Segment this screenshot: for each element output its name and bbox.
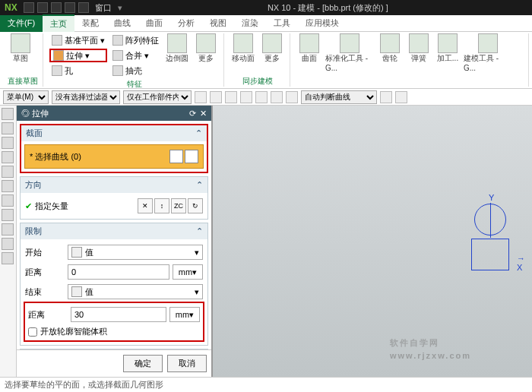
- file-menu[interactable]: 文件(F): [0, 15, 43, 32]
- hole-icon: [52, 65, 62, 76]
- datum-plane-button[interactable]: 基准平面▾: [49, 33, 107, 47]
- nav-icon[interactable]: [2, 194, 14, 207]
- value-icon: [71, 247, 82, 258]
- moveface-icon: [233, 33, 253, 53]
- work-area: ◎ 拉伸 ⟳✕ 截面⌃ * 选择曲线 (0) 方向⌃ ✔ 指定矢量: [0, 106, 532, 377]
- tab-app[interactable]: 应用模块: [298, 15, 347, 31]
- qat-icon[interactable]: [24, 2, 34, 13]
- qat-icon[interactable]: [78, 2, 89, 13]
- sketch-button[interactable]: 草图: [8, 33, 33, 64]
- sel-icon[interactable]: [210, 91, 222, 103]
- shell-icon: [112, 65, 123, 76]
- nav-icon[interactable]: [2, 122, 14, 134]
- std-tool-button[interactable]: 标准化工具 - G...: [325, 33, 374, 72]
- tab-render[interactable]: 渲染: [234, 15, 266, 31]
- sel-icon[interactable]: [195, 91, 207, 103]
- model-tool-button[interactable]: 建模工具 - G...: [464, 33, 512, 72]
- unit-combo[interactable]: mm ▾: [169, 307, 200, 322]
- vector-zc-icon[interactable]: ZC: [171, 198, 186, 213]
- tab-home[interactable]: 主页: [43, 14, 74, 32]
- unite-button[interactable]: 合并▾: [110, 49, 161, 62]
- sel-icon[interactable]: [286, 91, 298, 103]
- sketch-icon: [11, 33, 30, 53]
- more-icon: [196, 33, 216, 53]
- nav-icon[interactable]: [2, 166, 14, 178]
- tab-view[interactable]: 视图: [202, 15, 234, 31]
- more-sync-button[interactable]: 更多: [259, 33, 285, 64]
- nav-icon[interactable]: [2, 223, 14, 236]
- more-feature-button[interactable]: 更多: [193, 33, 219, 64]
- ok-button[interactable]: 确定: [123, 355, 163, 372]
- status-bar: 选择要草绘的平的面，或选择截面几何图形: [0, 377, 532, 392]
- nav-icon[interactable]: [2, 238, 14, 250]
- dialog-title: 拉伸: [32, 109, 49, 118]
- vector-icon[interactable]: ✕: [138, 198, 153, 213]
- tab-assembly[interactable]: 装配: [74, 15, 106, 31]
- gear-icon: [380, 33, 400, 53]
- open-profile-checkbox[interactable]: [28, 327, 37, 337]
- surf-icon: [299, 33, 319, 53]
- cancel-button[interactable]: 取消: [167, 355, 207, 372]
- sel-icon[interactable]: [255, 91, 268, 103]
- end-combo[interactable]: 值▾: [68, 284, 203, 299]
- qat-icon[interactable]: [65, 2, 75, 13]
- move-face-button[interactable]: 移动面: [230, 33, 256, 64]
- x-axis-label: → X: [517, 254, 525, 272]
- menu-dropdown[interactable]: 菜单(M): [3, 90, 49, 104]
- collapse-icon[interactable]: ⟳: [189, 109, 196, 119]
- unit-combo[interactable]: mm ▾: [173, 264, 203, 280]
- ribbon: 草图 直接草图 基准平面▾ 拉伸▾ 孔 阵列特征 合并▾ 抽壳 边倒圆 更多 特…: [0, 32, 532, 89]
- edge-blend-button[interactable]: 边倒圆: [164, 33, 190, 64]
- quick-access-toolbar: [24, 2, 89, 13]
- spring-icon: [409, 33, 429, 53]
- start-dist-input[interactable]: 0: [68, 264, 169, 280]
- tab-tools[interactable]: 工具: [266, 15, 298, 31]
- qat-icon[interactable]: [51, 2, 62, 13]
- graphics-viewport[interactable]: Y → X 软件自学网 www.rjzxw.com: [213, 106, 532, 377]
- nav-icon[interactable]: [2, 151, 14, 163]
- sel-icon[interactable]: [225, 91, 237, 103]
- sketch-circle: [474, 204, 506, 236]
- sel-icon[interactable]: [395, 91, 407, 103]
- gear-button[interactable]: 齿轮: [377, 33, 403, 64]
- nav-icon[interactable]: [2, 252, 14, 264]
- pattern-button[interactable]: 阵列特征: [110, 33, 161, 47]
- curve-icon[interactable]: [185, 150, 198, 163]
- dialog-header[interactable]: ◎ 拉伸 ⟳✕: [17, 106, 211, 121]
- watermark: 软件自学网 www.rjzxw.com: [390, 327, 471, 360]
- nav-icon[interactable]: [2, 180, 14, 192]
- mfg-button[interactable]: 加工...: [435, 33, 461, 64]
- std-icon: [340, 33, 359, 53]
- extrude-button[interactable]: 拉伸▾: [49, 49, 107, 62]
- vector-icon[interactable]: ↕: [154, 198, 169, 213]
- filter-dropdown[interactable]: 没有选择过滤器: [52, 90, 120, 104]
- curve-rule-dropdown[interactable]: 自动判断曲线: [301, 90, 377, 104]
- value-icon: [71, 286, 82, 297]
- start-combo[interactable]: 值▾: [68, 245, 203, 260]
- nav-icon[interactable]: [2, 137, 14, 149]
- unite-icon: [112, 50, 123, 61]
- tab-curve[interactable]: 曲线: [106, 15, 138, 31]
- end-dist-input[interactable]: 30: [71, 307, 166, 322]
- sketch-section-icon[interactable]: [169, 150, 183, 163]
- qat-icon[interactable]: [37, 2, 48, 13]
- sel-icon[interactable]: [271, 91, 283, 103]
- window-menu[interactable]: 窗口: [95, 2, 112, 14]
- shell-button[interactable]: 抽壳: [110, 64, 161, 77]
- tab-surface[interactable]: 曲面: [138, 15, 170, 31]
- scope-dropdown[interactable]: 仅在工作部件内: [123, 90, 192, 104]
- surface-button[interactable]: 曲面: [296, 33, 322, 64]
- reverse-icon[interactable]: ↻: [188, 198, 203, 213]
- close-icon[interactable]: ✕: [200, 109, 207, 119]
- chevron-up-icon: ⌃: [196, 226, 203, 236]
- resource-bar: [0, 106, 17, 377]
- select-curve-row[interactable]: * 选择曲线 (0): [24, 144, 204, 169]
- sel-icon[interactable]: [240, 91, 252, 103]
- sel-icon[interactable]: [380, 91, 392, 103]
- hole-button[interactable]: 孔: [49, 64, 107, 77]
- tab-analysis[interactable]: 分析: [170, 15, 202, 31]
- spring-button[interactable]: 弹簧: [406, 33, 432, 64]
- nav-icon[interactable]: [2, 108, 14, 120]
- pattern-icon: [112, 35, 123, 46]
- nav-icon[interactable]: [2, 209, 14, 221]
